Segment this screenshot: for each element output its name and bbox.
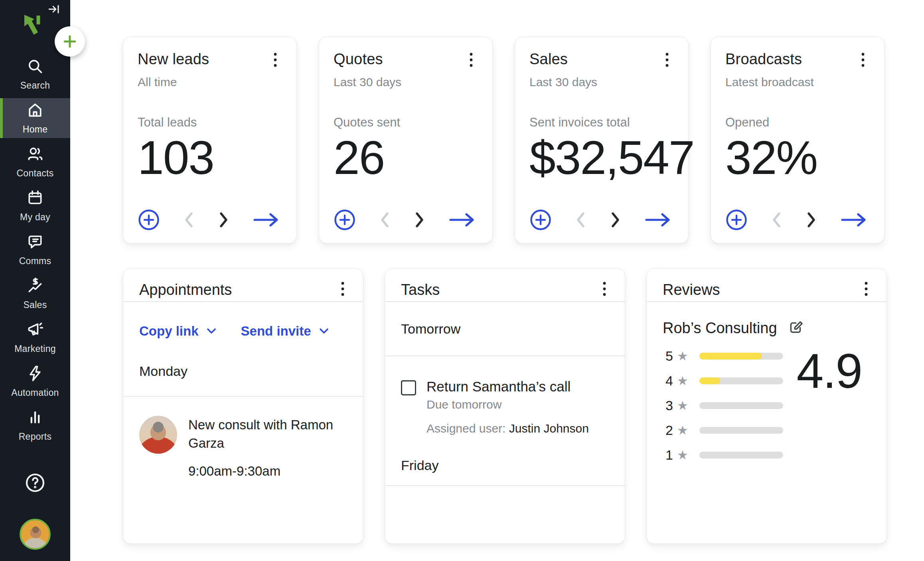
rating-bar-track bbox=[699, 427, 783, 434]
business-name: Rob’s Consulting bbox=[663, 320, 777, 337]
metric-value: 32% bbox=[725, 131, 867, 184]
broadcasts-card: Broadcasts Latest broadcast Opened 32% bbox=[711, 37, 885, 243]
card-period: Latest broadcast bbox=[725, 75, 867, 89]
sidebar-item-my-day[interactable]: My day bbox=[0, 186, 70, 226]
megaphone-icon bbox=[26, 321, 44, 340]
search-icon bbox=[26, 57, 44, 77]
rating-bar-track bbox=[699, 353, 783, 360]
divider bbox=[123, 301, 363, 302]
metric-value: $32,547 bbox=[529, 131, 671, 184]
collapse-sidebar-icon[interactable] bbox=[48, 4, 61, 16]
metric-label: Sent invoices total bbox=[529, 115, 671, 130]
card-menu-kebab-icon[interactable] bbox=[271, 51, 280, 71]
card-menu-kebab-icon[interactable] bbox=[467, 51, 476, 71]
sidebar-item-search[interactable]: Search bbox=[0, 54, 70, 94]
divider bbox=[647, 301, 886, 302]
prev-chevron-icon[interactable] bbox=[379, 211, 391, 229]
user-avatar[interactable] bbox=[20, 519, 51, 550]
star-icon: ★ bbox=[677, 349, 688, 363]
metric-label: Total leads bbox=[138, 115, 280, 130]
sales-card: Sales Last 30 days Sent invoices total $… bbox=[515, 37, 689, 243]
sidebar-item-label: Contacts bbox=[16, 168, 53, 179]
card-title: Appointments bbox=[139, 281, 232, 298]
stat-card-row: New leads All time Total leads 103 bbox=[70, 0, 924, 243]
sales-icon bbox=[26, 277, 44, 296]
lightning-icon bbox=[26, 365, 44, 384]
help-icon[interactable] bbox=[24, 472, 46, 496]
task-title[interactable]: Return Samantha’s call bbox=[426, 379, 589, 395]
divider bbox=[385, 485, 625, 486]
go-to-report-arrow-icon[interactable] bbox=[840, 211, 867, 229]
send-invite-label: Send invite bbox=[241, 324, 311, 339]
sidebar-item-reports[interactable]: Reports bbox=[0, 405, 70, 445]
bar-chart-icon bbox=[26, 409, 44, 428]
prev-chevron-icon[interactable] bbox=[770, 211, 782, 229]
next-chevron-icon[interactable] bbox=[610, 211, 622, 229]
contacts-icon bbox=[26, 145, 44, 164]
appointment-time: 9:00am-9:30am bbox=[188, 464, 340, 479]
star-count-label: 3 bbox=[663, 398, 673, 413]
calendar-icon bbox=[26, 189, 44, 208]
star-icon: ★ bbox=[677, 423, 688, 437]
sidebar-item-label: Automation bbox=[11, 387, 59, 398]
card-title: Tasks bbox=[401, 281, 440, 298]
reviews-card: Reviews Rob’s Consulting 5 ★ bbox=[646, 268, 887, 544]
next-chevron-icon[interactable] bbox=[806, 211, 817, 229]
next-chevron-icon[interactable] bbox=[218, 211, 230, 229]
add-circle-icon[interactable] bbox=[529, 209, 552, 231]
chevron-down-icon bbox=[207, 328, 216, 334]
sidebar-item-automation[interactable]: Automation bbox=[0, 361, 70, 401]
copy-link-button[interactable]: Copy link bbox=[139, 324, 216, 339]
sidebar-item-comms[interactable]: Comms bbox=[0, 230, 70, 270]
card-title: Broadcasts bbox=[725, 51, 802, 68]
sidebar-item-contacts[interactable]: Contacts bbox=[0, 142, 70, 182]
card-menu-kebab-icon[interactable] bbox=[862, 280, 871, 300]
star-icon: ★ bbox=[677, 373, 688, 388]
sidebar-item-marketing[interactable]: Marketing bbox=[0, 318, 70, 358]
quotes-card: Quotes Last 30 days Quotes sent 26 bbox=[319, 37, 493, 243]
chat-icon bbox=[26, 233, 44, 252]
card-menu-kebab-icon[interactable] bbox=[600, 280, 609, 300]
chevron-down-icon bbox=[319, 328, 329, 334]
star-count-label: 5 bbox=[663, 348, 673, 364]
go-to-report-arrow-icon[interactable] bbox=[644, 211, 671, 229]
sidebar-item-home[interactable]: Home bbox=[0, 98, 70, 138]
metric-value: 103 bbox=[138, 131, 280, 184]
task-item: Return Samantha’s call Due tomorrow Assi… bbox=[385, 356, 625, 436]
go-to-report-arrow-icon[interactable] bbox=[448, 211, 476, 229]
sidebar-item-label: Sales bbox=[23, 300, 47, 310]
add-circle-icon[interactable] bbox=[138, 209, 160, 231]
rating-bar-track bbox=[699, 452, 783, 458]
task-due-label: Due tomorrow bbox=[426, 398, 589, 411]
go-to-report-arrow-icon[interactable] bbox=[253, 211, 280, 229]
appointments-card: Appointments Copy link Send invite Monda… bbox=[123, 268, 363, 544]
card-period: All time bbox=[138, 75, 280, 89]
card-title: New leads bbox=[138, 51, 209, 68]
sidebar-item-label: Home bbox=[23, 124, 48, 135]
send-invite-button[interactable]: Send invite bbox=[241, 324, 329, 339]
add-circle-icon[interactable] bbox=[334, 209, 356, 231]
tasks-card: Tasks Tomorrow Return Samantha’s call Du… bbox=[385, 268, 625, 544]
task-checkbox[interactable] bbox=[401, 380, 416, 395]
dashboard-main: New leads All time Total leads 103 bbox=[70, 0, 924, 561]
metric-label: Opened bbox=[725, 115, 867, 130]
card-title: Quotes bbox=[334, 51, 383, 68]
next-chevron-icon[interactable] bbox=[414, 211, 426, 229]
prev-chevron-icon[interactable] bbox=[183, 211, 195, 229]
sidebar-nav: Search Home Contacts bbox=[0, 54, 70, 449]
star-count-label: 1 bbox=[663, 447, 673, 463]
prev-chevron-icon[interactable] bbox=[575, 211, 586, 229]
edit-icon[interactable] bbox=[788, 319, 804, 337]
quick-add-button[interactable] bbox=[55, 26, 85, 57]
sidebar-item-label: My day bbox=[20, 212, 50, 223]
sidebar-item-sales[interactable]: Sales bbox=[0, 274, 70, 314]
card-menu-kebab-icon[interactable] bbox=[663, 51, 671, 71]
assigned-user-name: Justin Johnson bbox=[509, 422, 589, 435]
rating-bar-fill bbox=[699, 377, 721, 384]
contact-avatar bbox=[139, 416, 177, 454]
card-menu-kebab-icon[interactable] bbox=[859, 51, 867, 71]
add-circle-icon[interactable] bbox=[725, 209, 748, 231]
appointment-item[interactable]: New consult with Ramon Garza 9:00am-9:30… bbox=[123, 397, 363, 479]
card-menu-kebab-icon[interactable] bbox=[338, 280, 347, 300]
average-rating-value: 4.9 bbox=[796, 347, 862, 395]
